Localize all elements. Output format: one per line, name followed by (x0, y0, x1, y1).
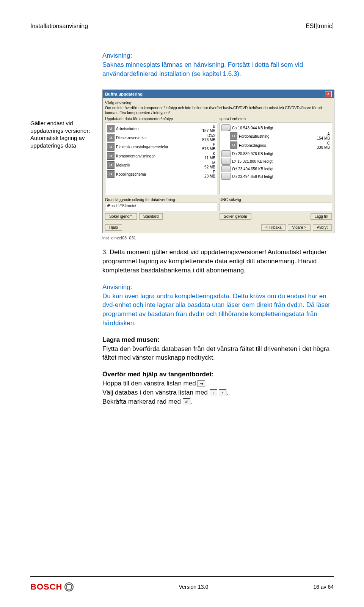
next-button[interactable]: Vidare > (288, 224, 310, 231)
dialog-intro-label: Viktig anvisning: (105, 101, 132, 105)
keyboard-line2: Välj databas i den vänstra listan med ↓ … (102, 388, 334, 397)
mouse-body: Flytta den överförda databasen från det … (102, 344, 334, 363)
screenshot-caption: inst_einzel03_031 (102, 236, 334, 240)
path-left-input[interactable]: \Bosch\ESItronic\ (105, 203, 217, 211)
standard-button[interactable]: Standard (139, 213, 163, 220)
list-item[interactable]: UElektrisk utrustning-reservdelarE576 MB (107, 143, 215, 151)
drive-icon (221, 150, 231, 157)
keyboard-line3: Bekräfta markerad rad med ↲. (102, 397, 334, 406)
advice-body-2: Du kan även lagra andra kompletteringsda… (102, 292, 334, 328)
list-item[interactable]: UKomponentanvisningarK11 MB (107, 152, 215, 160)
header-left: Installationsanvisning (30, 23, 88, 30)
drive-icon (221, 124, 231, 131)
help-button[interactable]: Hjälp (105, 224, 122, 231)
close-icon[interactable]: × (325, 91, 332, 97)
back-button[interactable]: < Tillbaka (261, 224, 286, 231)
component-icon: U (107, 152, 115, 160)
dialog-intro-body: Om du inte överfört en komponent / infot… (105, 106, 322, 115)
list-item[interactable]: UMekanikM52 MB (107, 161, 215, 169)
component-icon: U (230, 142, 237, 149)
header-right: ESI[tronic] (306, 23, 334, 30)
keyboard-line1: Hoppa till den vänstra listan med ⇥. (102, 379, 334, 388)
header-rule (30, 32, 334, 32)
drive-icon (221, 158, 231, 165)
drive-sub-item[interactable]: UFordonsdiagnosC338 MB (230, 141, 330, 149)
drive-item[interactable]: D:\ 20.889.976 KB ledigt (221, 150, 330, 157)
footer-version: Version 13.0 (179, 584, 208, 590)
right-col-header: spara i enheten (220, 117, 332, 121)
component-icon: U (107, 125, 115, 132)
arrow-down-key-icon: ↓ (210, 389, 217, 396)
path-right-label: UNC-sökväg (220, 198, 332, 202)
tab-key-icon: ⇥ (198, 380, 205, 387)
path-right-input[interactable] (220, 203, 332, 211)
dialog-screenshot: Buffra uppdatering × Viktig anvisning:Om… (102, 90, 334, 233)
left-list[interactable]: UArbetsvärdenB157 MBUDiesel-reservdelarD… (105, 123, 217, 195)
left-col-header: Uppdatade data för komponenter/infotyp (105, 117, 217, 121)
drive-item[interactable]: C:\ 16.543.044 KB ledigt (221, 124, 330, 131)
list-item[interactable]: UArbetsvärdenB157 MB (107, 124, 215, 133)
footer-rule (30, 576, 334, 577)
component-icon: U (107, 161, 115, 169)
component-icon: U (107, 134, 115, 142)
drive-item[interactable]: U:\ 23.494.656 KB ledigt (221, 173, 330, 180)
advice-heading-2: Anvisning: (102, 283, 334, 292)
component-icon: U (107, 170, 115, 178)
dialog-title: Buffra uppdatering (105, 92, 143, 96)
search-button-right[interactable]: Söker igenom (220, 213, 251, 220)
bosch-logo: BOSCH (30, 582, 74, 592)
component-icon: U (107, 143, 115, 151)
list-item[interactable]: UDiesel-reservdelarD1/2576 MB (107, 134, 215, 142)
drive-sub-item[interactable]: UFordonsutrustningA154 MB (230, 132, 330, 140)
component-icon: U (230, 132, 237, 140)
add-button[interactable]: Lägg till (311, 213, 332, 220)
path-left-label: Grundläggande sökväg för dataöverföring (105, 198, 217, 202)
drive-icon (221, 165, 231, 172)
arrow-up-key-icon: ↑ (219, 389, 226, 396)
drive-item[interactable]: O:\ 23.494.656 KB ledigt (221, 165, 330, 172)
margin-note: Gäller endast vid uppdaterings-versioner… (30, 120, 95, 149)
search-button-left[interactable]: Söker igenom (105, 213, 137, 220)
list-item[interactable]: UKopplingsschemaP23 MB (107, 170, 215, 178)
enter-key-icon: ↲ (183, 398, 190, 405)
right-list[interactable]: C:\ 16.543.044 KB ledigtUFordonsutrustni… (220, 123, 332, 195)
advice-body-1: Saknas minnesplats lämnas en hänvisning.… (102, 60, 334, 79)
step-3: 3. Detta moment gäller endast vid uppdat… (102, 248, 334, 275)
bosch-symbol-icon (64, 582, 74, 591)
footer-page: 16 av 64 (313, 584, 334, 590)
cancel-button[interactable]: Avbryt (313, 224, 332, 231)
mouse-heading: Lagra med musen: (102, 335, 334, 344)
advice-heading-1: Anvisning: (102, 51, 334, 60)
keyboard-heading: Överför med hjälp av tangentbordet: (102, 370, 334, 379)
drive-item[interactable]: L:\ 15.321.088 KB ledigt (221, 158, 330, 165)
drive-icon (221, 173, 231, 180)
